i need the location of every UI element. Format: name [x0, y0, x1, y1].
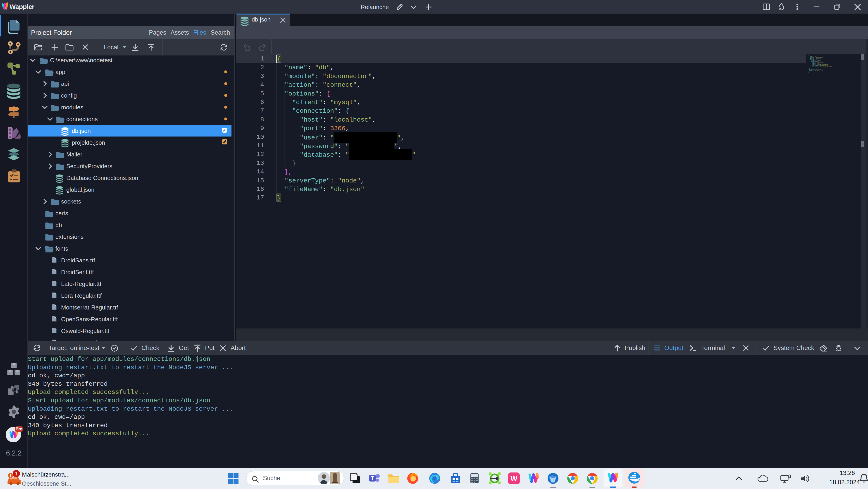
svg-text:T: T	[371, 475, 374, 481]
svg-text:"xgenerix_relaunch": "xgenerix_relaunch"	[819, 66, 832, 67]
svg-text:}: }	[808, 71, 809, 73]
svg-text:"database": "database"	[812, 66, 818, 67]
svg-text:{: {	[808, 55, 809, 56]
svg-text::: :	[816, 70, 816, 71]
svg-text:1: 1	[15, 471, 18, 477]
svg-text:Pro: Pro	[16, 427, 22, 431]
svg-text:"fileName": "fileName"	[809, 70, 816, 71]
svg-text:"db.json": "db.json"	[817, 70, 823, 71]
svg-text:W: W	[510, 475, 518, 483]
svg-text::: :	[818, 66, 819, 67]
svg-text:}: }	[810, 67, 811, 68]
